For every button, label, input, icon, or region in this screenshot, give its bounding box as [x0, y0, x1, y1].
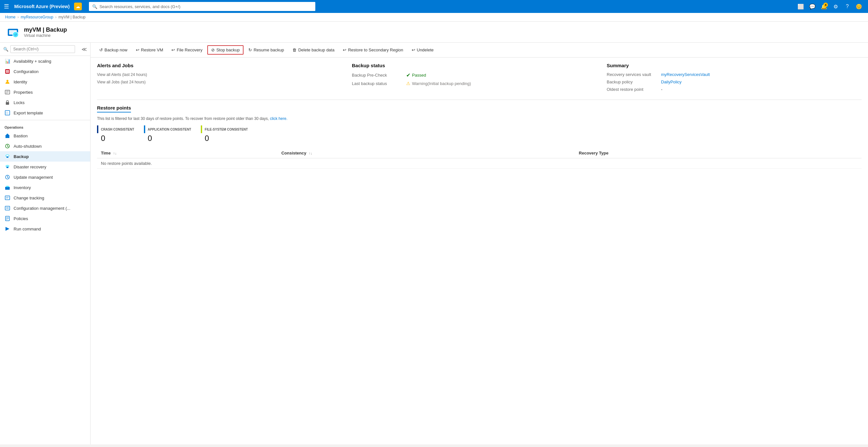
page-header: ↺ myVM | Backup Virtual machine: [0, 22, 868, 43]
time-sort-icon[interactable]: ↑↓: [113, 151, 117, 155]
sidebar-item-configuration[interactable]: Configuration: [0, 66, 90, 76]
summary-title: Summary: [607, 63, 862, 68]
sidebar-search-icon: 🔍: [3, 47, 8, 52]
page-header-text: myVM | Backup Virtual machine: [24, 27, 67, 38]
breadcrumb-home[interactable]: Home: [5, 15, 16, 20]
sidebar-item-disaster-recovery[interactable]: Disaster recovery: [0, 162, 90, 172]
sidebar-item-label: Change tracking: [13, 196, 44, 200]
vm-backup-icon: ↺: [6, 26, 20, 38]
run-command-icon: [4, 226, 10, 232]
undelete-button[interactable]: ↩ Undelete: [408, 45, 437, 54]
account-icon[interactable]: 😊: [854, 1, 864, 12]
configuration-icon: [4, 68, 10, 74]
sidebar-item-run-command[interactable]: Run command: [0, 224, 90, 234]
disaster-recovery-icon: [4, 164, 10, 170]
settings-icon[interactable]: ⚙: [831, 1, 841, 12]
sidebar-item-label: Locks: [13, 100, 25, 105]
file-recovery-button[interactable]: ↩ File Recovery: [168, 45, 206, 54]
svg-rect-26: [6, 186, 9, 187]
config-management-icon: [4, 205, 10, 211]
top-nav-icons: ⬜ 💬 🔔 4 ⚙ ? 😊: [796, 1, 864, 12]
vault-row: Recovery services vault myRecoveryServic…: [607, 72, 862, 77]
delete-backup-icon: 🗑: [292, 47, 297, 52]
resume-backup-button[interactable]: ↻ Resume backup: [245, 45, 287, 54]
sidebar-item-locks[interactable]: Locks: [0, 97, 90, 108]
sidebar-collapse-btn[interactable]: ≪: [82, 46, 87, 52]
policy-value[interactable]: DailyPolicy: [661, 79, 682, 84]
breadcrumb-resource-group[interactable]: myResourceGroup: [21, 15, 53, 20]
last-backup-value: ⚠ Warning(Initial backup pending): [406, 81, 471, 86]
search-placeholder: Search resources, services, and docs (G+…: [99, 4, 180, 9]
sidebar-item-policies[interactable]: Policies: [0, 213, 90, 224]
sidebar-search-input[interactable]: [10, 45, 75, 53]
sidebar-item-identity[interactable]: Identity: [0, 76, 90, 87]
svg-rect-25: [5, 187, 10, 190]
alerts-row: View all Alerts (last 24 hours): [97, 72, 352, 77]
col-time: Time ↑↓: [97, 148, 277, 158]
col-consistency: Consistency ↑↓: [277, 148, 575, 158]
policy-row: Backup policy DailyPolicy: [607, 79, 862, 84]
undelete-icon: ↩: [412, 47, 415, 52]
svg-rect-13: [6, 102, 9, 105]
delete-backup-data-button[interactable]: 🗑 Delete backup data: [289, 45, 338, 54]
sidebar-item-update-management[interactable]: Update management: [0, 172, 90, 182]
stop-backup-icon: ⊘: [211, 47, 215, 52]
svg-rect-16: [5, 136, 9, 138]
sidebar-item-label: Inventory: [13, 185, 31, 190]
fs-bar: [201, 125, 202, 133]
cloud-shell-icon[interactable]: ⬜: [796, 1, 806, 12]
backup-icon: [4, 154, 10, 159]
restore-points-table: Time ↑↓ Consistency ↑↓ Recovery Type: [97, 148, 862, 169]
stop-backup-button[interactable]: ⊘ Stop backup: [207, 45, 244, 55]
help-icon[interactable]: ?: [842, 1, 852, 12]
backup-status-section: Backup status Backup Pre-Check ✔ Passed …: [352, 63, 607, 94]
search-icon: 🔍: [92, 4, 97, 9]
pre-check-row: Backup Pre-Check ✔ Passed: [352, 72, 607, 78]
fs-count: 0: [201, 134, 248, 143]
sidebar-divider: [0, 120, 90, 120]
last-backup-label: Last backup status: [352, 81, 404, 86]
sidebar: 🔍 ≪ 📊 Availability + scaling Configurati…: [0, 43, 91, 444]
restore-secondary-button[interactable]: ↩ Restore to Secondary Region: [339, 45, 407, 54]
svg-rect-7: [6, 72, 9, 73]
restore-points-title: Restore points: [97, 105, 131, 113]
no-data-message: No restore points available.: [97, 158, 862, 169]
view-jobs-link[interactable]: View all Jobs (last 24 hours): [97, 79, 146, 84]
auto-shutdown-icon: [4, 143, 10, 149]
view-alerts-link[interactable]: View all Alerts (last 24 hours): [97, 72, 147, 77]
global-search-bar[interactable]: 🔍 Search resources, services, and docs (…: [89, 2, 315, 11]
vault-value[interactable]: myRecoveryServicesVault: [661, 72, 710, 77]
sidebar-item-availability[interactable]: 📊 Availability + scaling: [0, 56, 90, 66]
oldest-label: Oldest restore point: [607, 87, 658, 92]
sidebar-item-properties[interactable]: Properties: [0, 87, 90, 97]
notification-badge: 4: [824, 3, 828, 7]
feedback-icon[interactable]: 💬: [807, 1, 817, 12]
sidebar-item-backup[interactable]: Backup: [0, 151, 90, 162]
sidebar-item-config-management[interactable]: Configuration management (...: [0, 203, 90, 213]
sidebar-item-label: Update management: [13, 175, 53, 180]
restore-vm-button[interactable]: ↩ Restore VM: [132, 45, 167, 54]
top-navigation: ☰ Microsoft Azure (Preview) ☁ 🔍 Search r…: [0, 0, 868, 13]
svg-point-8: [6, 80, 8, 82]
file-recovery-icon: ↩: [172, 47, 175, 52]
sidebar-item-auto-shutdown[interactable]: Auto-shutdown: [0, 141, 90, 151]
sidebar-item-export-template[interactable]: ⬡ Export template: [0, 108, 90, 118]
identity-icon: [4, 79, 10, 85]
col-recovery-type: Recovery Type: [575, 148, 862, 158]
sidebar-item-change-tracking[interactable]: Change tracking: [0, 193, 90, 203]
notification-icon[interactable]: 🔔 4: [819, 1, 829, 12]
sidebar-item-inventory[interactable]: Inventory: [0, 182, 90, 193]
click-here-link[interactable]: click here.: [270, 116, 287, 121]
export-template-icon: ⬡: [4, 110, 10, 116]
availability-icon: 📊: [4, 58, 10, 64]
sidebar-item-bastion[interactable]: Bastion: [0, 131, 90, 141]
policies-icon: [4, 216, 10, 221]
sidebar-item-label: Backup: [13, 154, 29, 159]
consistency-sort-icon[interactable]: ↑↓: [309, 151, 312, 155]
backup-now-button[interactable]: ↺ Backup now: [96, 45, 131, 54]
hamburger-menu[interactable]: ☰: [4, 3, 9, 10]
svg-marker-17: [5, 133, 10, 136]
breadcrumb-sep-1: ›: [18, 15, 19, 20]
crash-count: 0: [97, 134, 134, 143]
page-title: myVM | Backup: [24, 27, 67, 33]
